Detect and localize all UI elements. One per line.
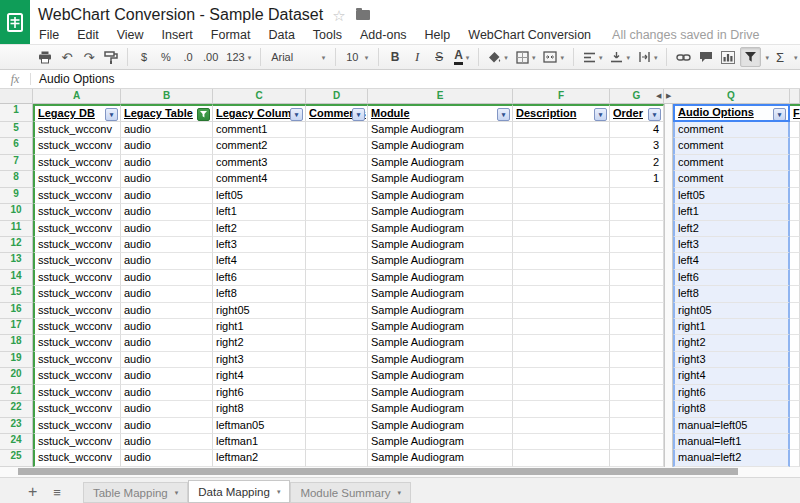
- cell-Q16[interactable]: right05: [673, 303, 790, 319]
- cell-D8[interactable]: [306, 171, 368, 187]
- expand-hidden-columns-left-icon[interactable]: ◀: [656, 92, 661, 99]
- insert-link-button[interactable]: [673, 47, 694, 67]
- row-header-18[interactable]: 18: [0, 335, 33, 351]
- cell-E21[interactable]: Sample Audiogram: [368, 385, 513, 401]
- cell-G9[interactable]: [610, 188, 664, 204]
- row-header-16[interactable]: 16: [0, 303, 33, 319]
- cell-R14[interactable]: [790, 270, 800, 286]
- menu-add-ons[interactable]: Add-ons: [351, 28, 416, 42]
- cell-B9[interactable]: audio: [121, 188, 213, 204]
- cell-F24[interactable]: [513, 434, 610, 450]
- cell-Q11[interactable]: left2: [673, 221, 790, 237]
- select-all-corner[interactable]: [0, 89, 33, 104]
- functions-button[interactable]: Σ: [770, 47, 790, 67]
- row-header-14[interactable]: 14: [0, 270, 33, 286]
- cell-E18[interactable]: Sample Audiogram: [368, 335, 513, 351]
- fill-color-button[interactable]: ▾: [485, 47, 511, 67]
- row-header-1[interactable]: 1: [0, 104, 33, 122]
- cell-B25[interactable]: audio: [121, 450, 213, 466]
- cell-Q1[interactable]: Audio Options▾: [673, 104, 790, 122]
- cell-B18[interactable]: audio: [121, 335, 213, 351]
- cell-B14[interactable]: audio: [121, 270, 213, 286]
- cell-A17[interactable]: sstuck_wcconv: [33, 319, 121, 335]
- cell-C1[interactable]: Legacy Column▾: [213, 104, 306, 122]
- cell-C14[interactable]: left6: [213, 270, 306, 286]
- cell-E11[interactable]: Sample Audiogram: [368, 221, 513, 237]
- cell-B20[interactable]: audio: [121, 368, 213, 384]
- row-header-13[interactable]: 13: [0, 253, 33, 269]
- column-header-E[interactable]: E: [368, 89, 513, 104]
- filter-button[interactable]: [740, 47, 761, 67]
- cell-D19[interactable]: [306, 352, 368, 368]
- cell-R5[interactable]: [790, 122, 800, 138]
- cell-A23[interactable]: sstuck_wcconv: [33, 418, 121, 434]
- cell-F9[interactable]: [513, 188, 610, 204]
- vertical-align-button[interactable]: ▾: [607, 47, 633, 67]
- cell-B8[interactable]: audio: [121, 171, 213, 187]
- row-header-10[interactable]: 10: [0, 204, 33, 220]
- cell-R6[interactable]: [790, 138, 800, 154]
- cell-R24[interactable]: [790, 434, 800, 450]
- cell-G7[interactable]: 2: [610, 155, 664, 171]
- text-wrap-button[interactable]: ▾: [635, 47, 661, 67]
- menu-view[interactable]: View: [108, 28, 153, 42]
- cell-D9[interactable]: [306, 188, 368, 204]
- cell-Q12[interactable]: left3: [673, 237, 790, 253]
- row-header-19[interactable]: 19: [0, 352, 33, 368]
- menu-edit[interactable]: Edit: [68, 28, 108, 42]
- cell-D1[interactable]: Comments▾: [306, 104, 368, 122]
- cell-E8[interactable]: Sample Audiogram: [368, 171, 513, 187]
- cell-D14[interactable]: [306, 270, 368, 286]
- row-header-24[interactable]: 24: [0, 434, 33, 450]
- cell-A21[interactable]: sstuck_wcconv: [33, 385, 121, 401]
- cell-Q13[interactable]: left4: [673, 253, 790, 269]
- cell-A10[interactable]: sstuck_wcconv: [33, 204, 121, 220]
- cell-G17[interactable]: [610, 319, 664, 335]
- column-header-D[interactable]: D: [306, 89, 368, 104]
- cell-D22[interactable]: [306, 401, 368, 417]
- cell-G25[interactable]: [610, 450, 664, 466]
- format-percent-button[interactable]: %: [156, 47, 176, 67]
- cell-B23[interactable]: audio: [121, 418, 213, 434]
- cell-F5[interactable]: [513, 122, 610, 138]
- cell-D6[interactable]: [306, 138, 368, 154]
- cell-Q10[interactable]: left1: [673, 204, 790, 220]
- cell-D5[interactable]: [306, 122, 368, 138]
- expand-hidden-columns-right-icon[interactable]: ▶: [666, 92, 671, 99]
- cell-C16[interactable]: right05: [213, 303, 306, 319]
- row-header-12[interactable]: 12: [0, 237, 33, 253]
- cell-E20[interactable]: Sample Audiogram: [368, 368, 513, 384]
- cell-R23[interactable]: [790, 418, 800, 434]
- add-sheet-button[interactable]: +: [28, 484, 37, 500]
- cell-Q20[interactable]: right4: [673, 368, 790, 384]
- cell-D18[interactable]: [306, 335, 368, 351]
- cell-B22[interactable]: audio: [121, 401, 213, 417]
- cell-R16[interactable]: [790, 303, 800, 319]
- sheet-tab-data-mapping[interactable]: Data Mapping ▾: [188, 480, 290, 503]
- column-header-B[interactable]: B: [121, 89, 213, 104]
- cell-R25[interactable]: [790, 450, 800, 466]
- cell-E13[interactable]: Sample Audiogram: [368, 253, 513, 269]
- column-header-partial[interactable]: [790, 89, 800, 104]
- filter-dropdown-button[interactable]: ▾: [594, 108, 607, 121]
- cell-G8[interactable]: 1: [610, 171, 664, 187]
- chevron-down-icon[interactable]: ▾: [765, 54, 769, 61]
- cell-G12[interactable]: [610, 237, 664, 253]
- cell-F10[interactable]: [513, 204, 610, 220]
- column-header-C[interactable]: C: [213, 89, 306, 104]
- cell-C19[interactable]: right3: [213, 352, 306, 368]
- cell-A11[interactable]: sstuck_wcconv: [33, 221, 121, 237]
- cell-C21[interactable]: right6: [213, 385, 306, 401]
- cell-A18[interactable]: sstuck_wcconv: [33, 335, 121, 351]
- cell-A24[interactable]: sstuck_wcconv: [33, 434, 121, 450]
- cell-A1[interactable]: Legacy DB▾: [33, 104, 121, 122]
- cell-D21[interactable]: [306, 385, 368, 401]
- cell-D7[interactable]: [306, 155, 368, 171]
- cell-G23[interactable]: [610, 418, 664, 434]
- cell-C7[interactable]: comment3: [213, 155, 306, 171]
- cell-B16[interactable]: audio: [121, 303, 213, 319]
- cell-Q24[interactable]: manual=left1: [673, 434, 790, 450]
- cell-D16[interactable]: [306, 303, 368, 319]
- cell-D20[interactable]: [306, 368, 368, 384]
- menu-help[interactable]: Help: [416, 28, 460, 42]
